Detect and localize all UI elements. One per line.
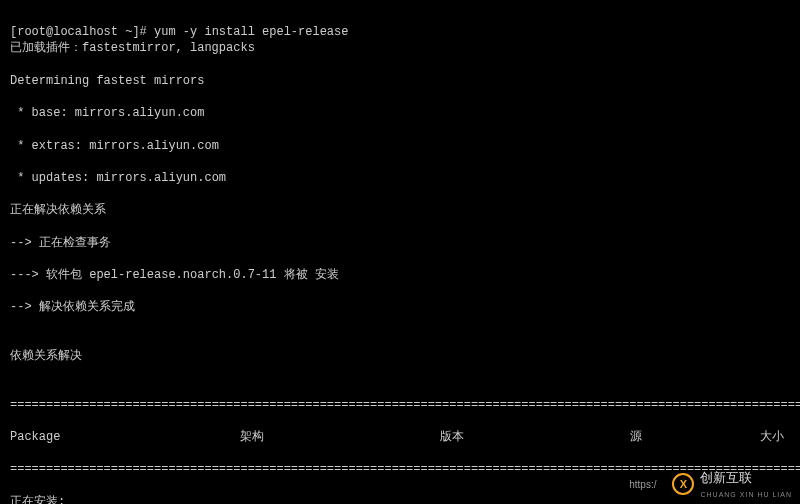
col-arch: 架构 [240, 429, 440, 445]
table-header: Package架构版本源大小 [10, 429, 790, 445]
output-line: Determining fastest mirrors [10, 73, 790, 89]
output-line: 依赖关系解决 [10, 348, 790, 364]
output-line: --> 解决依赖关系完成 [10, 299, 790, 315]
watermark-url: https:/ [629, 478, 656, 492]
output-line: 已加载插件：fastestmirror, langpacks [10, 40, 790, 56]
output-line: * updates: mirrors.aliyun.com [10, 170, 790, 186]
output-line: ---> 软件包 epel-release.noarch.0.7-11 将被 安… [10, 267, 790, 283]
output-line: 正在解决依赖关系 [10, 202, 790, 218]
col-version: 版本 [440, 429, 630, 445]
output-line: * extras: mirrors.aliyun.com [10, 138, 790, 154]
brand-en: CHUANG XIN HU LIAN [700, 491, 792, 498]
brand-cn: 创新互联 [700, 470, 752, 485]
command-text: yum -y install epel-release [154, 25, 348, 39]
brand-logo-icon: X [672, 473, 694, 495]
col-repo: 源 [630, 429, 760, 445]
shell-prompt: [root@localhost ~]# yum -y install epel-… [10, 25, 348, 39]
output-line: * base: mirrors.aliyun.com [10, 105, 790, 121]
divider-double: ========================================… [10, 397, 790, 413]
output-line: --> 正在检查事务 [10, 235, 790, 251]
col-size: 大小 [760, 429, 790, 445]
col-package: Package [10, 429, 240, 445]
watermark: https:/ X 创新互联 CHUANG XIN HU LIAN [629, 469, 792, 500]
terminal-output: [root@localhost ~]# yum -y install epel-… [0, 0, 800, 504]
brand-text: 创新互联 CHUANG XIN HU LIAN [700, 469, 792, 500]
